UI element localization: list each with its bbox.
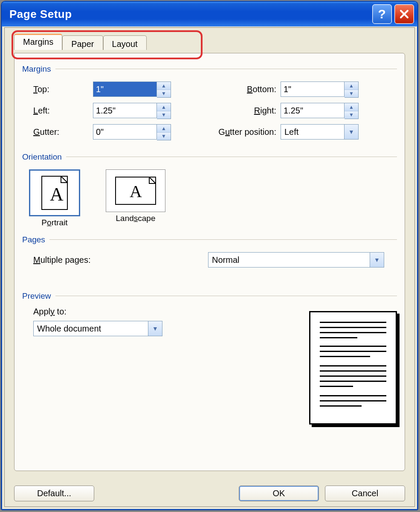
combo-apply-to[interactable]: Whole document ▼ bbox=[33, 321, 162, 336]
help-icon: ? bbox=[378, 7, 386, 21]
spin-up-icon[interactable]: ▲ bbox=[345, 103, 358, 111]
input-bottom[interactable]: ▲▼ bbox=[281, 81, 366, 97]
orientation-portrait[interactable]: A Portrait bbox=[29, 169, 80, 227]
tab-paper[interactable]: Paper bbox=[62, 35, 103, 50]
dialog-button-row: Default... OK Cancel bbox=[14, 486, 405, 501]
tab-margins[interactable]: Margins bbox=[14, 34, 62, 50]
combo-gutter-position[interactable]: Left ▼ bbox=[281, 124, 366, 140]
combo-value: Normal bbox=[208, 252, 370, 268]
tab-content: Margins Top: ▲▼ Bottom: ▲▼ Left: ▲▼ bbox=[14, 53, 405, 471]
title-bar: Page Setup ? bbox=[2, 2, 417, 26]
margins-grid: Top: ▲▼ Bottom: ▲▼ Left: ▲▼ Right: bbox=[33, 81, 397, 140]
close-icon bbox=[400, 9, 409, 19]
landscape-icon: A bbox=[115, 177, 156, 205]
close-button[interactable] bbox=[394, 4, 414, 24]
combo-value: Whole document bbox=[33, 321, 148, 336]
label-bottom: Bottom: bbox=[204, 84, 281, 94]
label-apply-to: Apply to: bbox=[33, 307, 162, 317]
group-orientation-legend: Orientation bbox=[22, 152, 62, 162]
label-gutter-position: Gutter position: bbox=[204, 127, 281, 137]
combo-multiple-pages[interactable]: Normal ▼ bbox=[208, 252, 384, 268]
spin-up-icon[interactable]: ▲ bbox=[157, 125, 171, 133]
input-top[interactable]: ▲▼ bbox=[93, 81, 178, 97]
chevron-down-icon[interactable]: ▼ bbox=[345, 124, 359, 140]
spin-down-icon[interactable]: ▼ bbox=[157, 90, 171, 98]
spin-value-bottom[interactable] bbox=[281, 81, 345, 97]
spin-value-right[interactable] bbox=[281, 103, 345, 118]
spin-up-icon[interactable]: ▲ bbox=[157, 103, 171, 111]
input-right[interactable]: ▲▼ bbox=[281, 103, 366, 118]
spin-down-icon[interactable]: ▼ bbox=[345, 111, 358, 119]
cancel-button[interactable]: Cancel bbox=[325, 486, 405, 501]
dialog-page-setup: Page Setup ? Margins Paper Layout Margin… bbox=[1, 1, 418, 510]
spin-up-icon[interactable]: ▲ bbox=[157, 82, 171, 90]
window-title: Page Setup bbox=[9, 8, 72, 21]
svg-text:A: A bbox=[50, 184, 64, 205]
spin-down-icon[interactable]: ▼ bbox=[345, 90, 358, 98]
input-left[interactable]: ▲▼ bbox=[93, 103, 178, 118]
client-area: Margins Paper Layout Margins Top: ▲▼ Bot… bbox=[4, 27, 415, 507]
orientation-landscape[interactable]: A Landscape bbox=[106, 169, 165, 223]
tab-strip: Margins Paper Layout bbox=[14, 34, 405, 50]
chevron-down-icon[interactable]: ▼ bbox=[370, 252, 384, 268]
label-left: Left: bbox=[33, 106, 93, 116]
spin-value-top[interactable] bbox=[93, 81, 157, 97]
label-multiple-pages: Multiple pages: bbox=[33, 255, 195, 265]
portrait-icon: A bbox=[41, 176, 68, 210]
svg-text:A: A bbox=[130, 182, 142, 201]
group-pages-legend: Pages bbox=[22, 235, 45, 244]
label-gutter: Gutter: bbox=[33, 127, 93, 137]
tab-layout[interactable]: Layout bbox=[103, 35, 147, 50]
spin-up-icon[interactable]: ▲ bbox=[345, 82, 358, 90]
chevron-down-icon[interactable]: ▼ bbox=[148, 321, 162, 336]
spin-value-left[interactable] bbox=[93, 103, 157, 118]
group-preview-legend: Preview bbox=[22, 291, 51, 301]
label-right: Right: bbox=[204, 106, 281, 116]
ok-button[interactable]: OK bbox=[239, 486, 319, 501]
input-gutter[interactable]: ▲▼ bbox=[93, 124, 178, 140]
spin-down-icon[interactable]: ▼ bbox=[157, 111, 171, 119]
group-margins-legend: Margins bbox=[22, 64, 51, 74]
spin-value-gutter[interactable] bbox=[93, 124, 157, 140]
help-button[interactable]: ? bbox=[372, 4, 392, 24]
default-button[interactable]: Default... bbox=[14, 486, 94, 501]
combo-value: Left bbox=[281, 124, 345, 140]
spin-down-icon[interactable]: ▼ bbox=[157, 133, 171, 140]
page-preview-icon bbox=[309, 311, 397, 425]
label-top: Top: bbox=[33, 84, 93, 94]
